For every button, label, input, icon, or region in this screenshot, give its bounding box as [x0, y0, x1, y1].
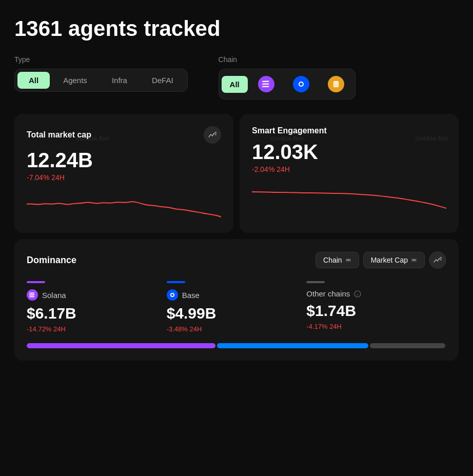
- base-value: $4.99B: [167, 305, 307, 322]
- dominance-item-solana: Solana $6.17B -14.72% 24H: [27, 281, 167, 333]
- solana-chain-label: Solana: [27, 289, 167, 301]
- tab-chain-all[interactable]: All: [222, 76, 248, 93]
- other-bar-indicator: [306, 281, 325, 283]
- total-market-cap-value: 12.24B: [27, 149, 221, 171]
- svg-text:i: i: [357, 292, 358, 297]
- svg-point-1: [300, 83, 303, 86]
- dominance-item-base: Base $4.99B -3.48% 24H: [167, 281, 307, 333]
- tab-chain-other[interactable]: [320, 72, 352, 96]
- filters-row: Type All Agents Infra DeFAI Chain All: [14, 55, 459, 100]
- smart-engagement-header: Smart Engagement: [252, 126, 446, 135]
- tab-type-all[interactable]: All: [17, 72, 50, 89]
- type-tab-group: All Agents Infra DeFAI: [14, 69, 188, 92]
- smart-engagement-card: Smart Engagement 12.03K -2.04% 24H cooki…: [240, 114, 459, 233]
- dominance-header: Dominance Chain Market Cap: [27, 251, 446, 269]
- base-bar-segment: [217, 343, 368, 348]
- base-label: Base: [182, 291, 200, 300]
- tab-type-infra[interactable]: Infra: [101, 72, 139, 89]
- tab-type-defai[interactable]: DeFAI: [141, 72, 185, 89]
- solana-value: $6.17B: [27, 305, 167, 322]
- base-chain-label: Base: [167, 289, 307, 301]
- total-market-cap-card: Total market cap 12.24B -7.04% 24H cooki…: [14, 114, 233, 233]
- solana-chain-icon: [258, 76, 274, 92]
- other-chain-icon: [328, 76, 344, 92]
- dominance-chart-icon: [433, 256, 442, 264]
- total-market-cap-change: -7.04% 24H: [27, 173, 221, 182]
- info-icon: i: [354, 290, 361, 298]
- svg-rect-4: [337, 83, 338, 84]
- base-bar-indicator: [167, 281, 185, 283]
- svg-rect-2: [333, 81, 339, 87]
- solana-bar-indicator: [27, 281, 45, 283]
- dominance-chart-btn[interactable]: [429, 251, 446, 269]
- smart-engagement-chart: [252, 182, 446, 212]
- smart-engagement-value: 12.03K: [252, 141, 446, 163]
- chain-selector-chevron: [345, 257, 351, 263]
- base-chain-icon: [293, 76, 309, 92]
- solana-change: -14.72% 24H: [27, 325, 167, 333]
- chain-filter-group: Chain All: [219, 55, 356, 100]
- smart-engagement-change: -2.04% 24H: [252, 165, 446, 173]
- chart-line-icon: [208, 131, 216, 139]
- other-chain-label: Other chains i: [306, 289, 446, 298]
- dominance-controls: Chain Market Cap: [316, 251, 446, 269]
- dominance-progress-bar: [27, 343, 446, 348]
- metric-selector-btn[interactable]: Market Cap: [363, 252, 425, 268]
- total-market-cap-title: Total market cap: [27, 130, 91, 140]
- dominance-title: Dominance: [27, 255, 76, 266]
- chain-selector-btn[interactable]: Chain: [316, 252, 359, 268]
- solana-bar-segment: [27, 343, 215, 348]
- chain-selector-label: Chain: [323, 256, 342, 264]
- other-value: $1.74B: [306, 302, 446, 320]
- metric-selector-label: Market Cap: [371, 256, 408, 264]
- page-title: 1361 agents tracked: [14, 16, 459, 41]
- base-icon: [167, 289, 178, 301]
- tab-type-agents[interactable]: Agents: [52, 72, 98, 89]
- base-change: -3.48% 24H: [167, 325, 307, 333]
- dominance-card: Dominance Chain Market Cap: [14, 239, 459, 361]
- type-filter-group: Type All Agents Infra DeFAI: [14, 55, 188, 92]
- dominance-items: Solana $6.17B -14.72% 24H Base $4.99B -3…: [27, 281, 446, 333]
- chain-filter-label: Chain: [219, 55, 356, 64]
- total-market-cap-chart-btn[interactable]: [204, 126, 221, 144]
- chain-tab-group: All: [219, 69, 356, 100]
- svg-rect-3: [334, 83, 336, 84]
- other-chains-label: Other chains: [306, 289, 350, 298]
- other-change: -4.17% 24H: [306, 323, 446, 330]
- tab-chain-solana[interactable]: [250, 72, 283, 96]
- type-filter-label: Type: [14, 55, 188, 64]
- solana-label: Solana: [42, 291, 66, 300]
- dominance-item-other: Other chains i $1.74B -4.17% 24H: [306, 281, 446, 333]
- total-market-cap-chart: [27, 190, 221, 221]
- svg-point-6: [171, 294, 173, 296]
- tab-chain-base[interactable]: [285, 72, 318, 96]
- other-bar-segment: [370, 343, 445, 348]
- total-market-cap-header: Total market cap: [27, 126, 221, 144]
- metric-selector-chevron: [411, 257, 417, 263]
- solana-icon: [27, 289, 38, 301]
- metrics-row: Total market cap 12.24B -7.04% 24H cooki…: [14, 114, 459, 233]
- smart-engagement-title: Smart Engagement: [252, 126, 327, 135]
